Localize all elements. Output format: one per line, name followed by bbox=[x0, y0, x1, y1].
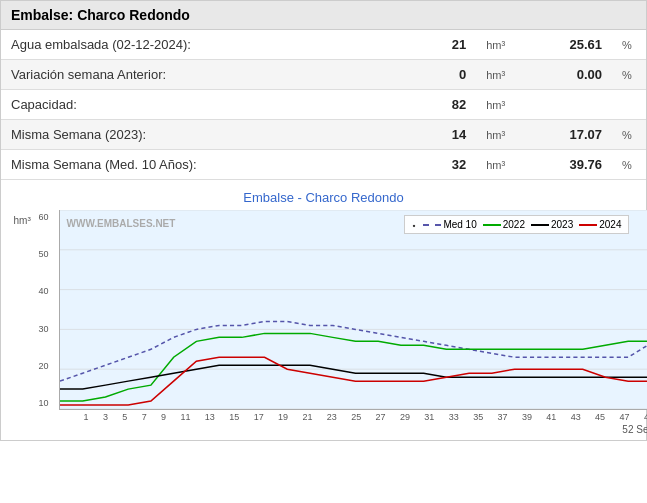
table-row: Misma Semana (2023): 14 hm³ 17.07 % bbox=[1, 120, 646, 150]
page-header: Embalse: Charco Redondo bbox=[1, 1, 646, 30]
row-unit: hm³ bbox=[476, 60, 544, 90]
chart-watermark: WWW.EMBALSES.NET bbox=[67, 218, 176, 229]
x-axis-tick: 17 bbox=[254, 412, 264, 422]
line2022-legend-line bbox=[483, 224, 501, 226]
x-axis-tick: 5 bbox=[122, 412, 127, 422]
legend-2024-label: 2024 bbox=[599, 219, 621, 230]
x-axis-tick: 1 bbox=[84, 412, 89, 422]
y-axis-labels: 60 50 40 30 20 10 bbox=[39, 210, 49, 410]
row-pct: 39.76 bbox=[544, 150, 612, 180]
x-axis-tick: 27 bbox=[376, 412, 386, 422]
line2024-legend-line bbox=[579, 224, 597, 226]
x-axis-tick: 23 bbox=[327, 412, 337, 422]
x-axis-tick: 33 bbox=[449, 412, 459, 422]
legend-2022: 2022 bbox=[483, 219, 525, 230]
x-axis-tick: 25 bbox=[351, 412, 361, 422]
med10-legend-line bbox=[423, 224, 441, 226]
chart-svg bbox=[59, 210, 648, 410]
legend-2024: 2024 bbox=[579, 219, 621, 230]
x-axis-tick: 19 bbox=[278, 412, 288, 422]
row-pct-unit: % bbox=[612, 30, 646, 60]
table-row: Capacidad: 82 hm³ bbox=[1, 90, 646, 120]
table-row: Variación semana Anterior: 0 hm³ 0.00 % bbox=[1, 60, 646, 90]
row-pct-unit bbox=[612, 90, 646, 120]
row-label: Misma Semana (2023): bbox=[1, 120, 374, 150]
line-2024 bbox=[60, 357, 648, 405]
y-axis-label: hm³ bbox=[14, 215, 31, 226]
chart-legend: ⬩ Med 10 2022 2023 bbox=[404, 215, 628, 234]
row-pct bbox=[544, 90, 612, 120]
x-axis-tick: 21 bbox=[302, 412, 312, 422]
chart-wrapper: hm³ 60 50 40 30 20 10 bbox=[14, 210, 634, 435]
x-axis-tick: 35 bbox=[473, 412, 483, 422]
row-pct: 0.00 bbox=[544, 60, 612, 90]
x-axis-tick: 13 bbox=[205, 412, 215, 422]
x-axis-tick: 37 bbox=[498, 412, 508, 422]
row-value: 32 bbox=[374, 150, 476, 180]
row-value: 82 bbox=[374, 90, 476, 120]
row-pct: 25.61 bbox=[544, 30, 612, 60]
row-label: Misma Semana (Med. 10 Años): bbox=[1, 150, 374, 180]
chart-area: 60 50 40 30 20 10 bbox=[39, 210, 634, 435]
x-axis-tick: 29 bbox=[400, 412, 410, 422]
legend-med10-label: Med 10 bbox=[443, 219, 476, 230]
x-axis: 1357911131517192123252729313335373941434… bbox=[84, 410, 648, 424]
row-label: Variación semana Anterior: bbox=[1, 60, 374, 90]
x-axis-tick: 47 bbox=[619, 412, 629, 422]
row-pct-unit: % bbox=[612, 60, 646, 90]
row-unit: hm³ bbox=[476, 150, 544, 180]
x-axis-tick: 43 bbox=[571, 412, 581, 422]
row-value: 14 bbox=[374, 120, 476, 150]
chart-title: Embalse - Charco Redondo bbox=[6, 190, 641, 205]
x-axis-tick: 15 bbox=[229, 412, 239, 422]
table-row: Agua embalsada (02-12-2024): 21 hm³ 25.6… bbox=[1, 30, 646, 60]
x-axis-tick: 31 bbox=[424, 412, 434, 422]
legend-med10: Med 10 bbox=[423, 219, 476, 230]
header-title: Embalse: Charco Redondo bbox=[11, 7, 190, 23]
row-value: 0 bbox=[374, 60, 476, 90]
row-label: Agua embalsada (02-12-2024): bbox=[1, 30, 374, 60]
legend-dot-icon: ⬩ bbox=[411, 219, 417, 230]
x-axis-tick: 11 bbox=[180, 412, 190, 422]
x-axis-tick: 45 bbox=[595, 412, 605, 422]
row-label: Capacidad: bbox=[1, 90, 374, 120]
line-2022 bbox=[60, 333, 648, 401]
row-pct-unit: % bbox=[612, 120, 646, 150]
x-axis-footer: 52 Semanas bbox=[84, 424, 648, 435]
row-value: 21 bbox=[374, 30, 476, 60]
legend-2023: 2023 bbox=[531, 219, 573, 230]
row-pct: 17.07 bbox=[544, 120, 612, 150]
line2023-legend-line bbox=[531, 224, 549, 226]
x-axis-tick: 3 bbox=[103, 412, 108, 422]
x-axis-tick: 9 bbox=[161, 412, 166, 422]
row-unit: hm³ bbox=[476, 120, 544, 150]
legend-2022-label: 2022 bbox=[503, 219, 525, 230]
table-row: Misma Semana (Med. 10 Años): 32 hm³ 39.7… bbox=[1, 150, 646, 180]
x-axis-tick: 39 bbox=[522, 412, 532, 422]
main-container: Embalse: Charco Redondo Agua embalsada (… bbox=[0, 0, 647, 441]
row-unit: hm³ bbox=[476, 90, 544, 120]
row-unit: hm³ bbox=[476, 30, 544, 60]
x-axis-tick: 41 bbox=[546, 412, 556, 422]
row-pct-unit: % bbox=[612, 150, 646, 180]
x-axis-tick: 7 bbox=[142, 412, 147, 422]
legend-2023-label: 2023 bbox=[551, 219, 573, 230]
chart-section: Embalse - Charco Redondo hm³ 60 50 40 30… bbox=[1, 180, 646, 440]
data-table: Agua embalsada (02-12-2024): 21 hm³ 25.6… bbox=[1, 30, 646, 180]
